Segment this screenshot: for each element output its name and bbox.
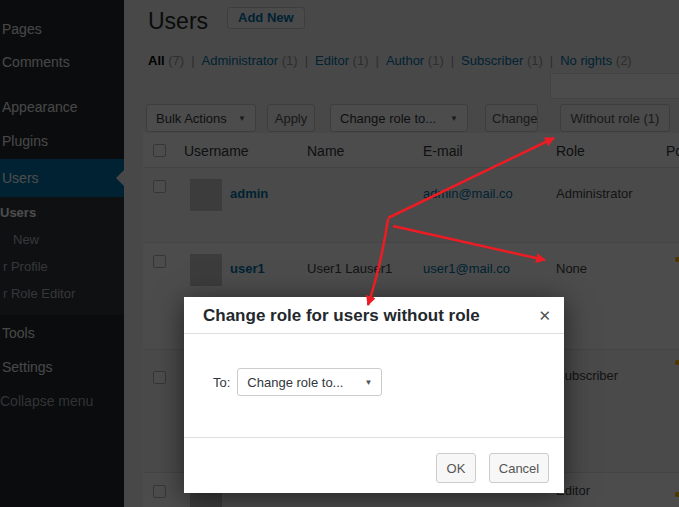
change-role-modal: Change role for users without role ✕ To:… (184, 297, 564, 493)
modal-header: Change role for users without role ✕ (184, 297, 564, 334)
chevron-down-icon: ▼ (364, 378, 372, 387)
modal-footer-divider (184, 437, 564, 438)
modal-title: Change role for users without role (203, 306, 480, 325)
cancel-button[interactable]: Cancel (489, 453, 549, 483)
to-label: To: (213, 375, 230, 390)
ok-button[interactable]: OK (436, 453, 476, 483)
modal-actions: OK Cancel (436, 453, 549, 483)
modal-change-role-label: Change role to... (247, 375, 343, 390)
close-icon[interactable]: ✕ (538, 297, 551, 334)
wordpress-admin-screen: Pages Comments Appearance Plugins Users … (0, 0, 679, 507)
modal-form-row: To: Change role to... ▼ (213, 368, 382, 396)
modal-change-role-select[interactable]: Change role to... ▼ (237, 368, 382, 396)
